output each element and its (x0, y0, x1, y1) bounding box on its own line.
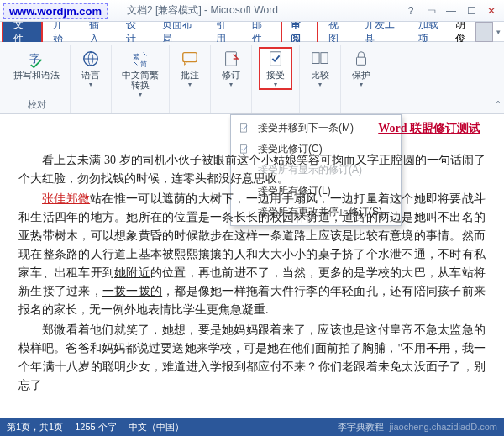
group-proofing-label: 校对 (28, 98, 46, 113)
dropdown-icon: ▾ (274, 81, 277, 88)
comment-icon (180, 49, 200, 69)
track-changes-icon (221, 49, 241, 69)
watermark-overlay: www.wordjm.com (3, 3, 108, 19)
protect-button[interactable]: 保护 ▾ (348, 47, 375, 90)
inserted-location: 她附近 (114, 266, 150, 279)
track-changes-button[interactable]: 修订 ▾ (218, 47, 244, 90)
paragraph-3: 郑微看着他们就笑了，她想，要是她妈妈跟着来了，应该也是这付皇帝不急太监急的模样吧… (18, 321, 486, 395)
ribbon-tabs: 文件 开始 插入 设计 页面布局 引用 邮件 审阅 视图 开发工具 加载项 胡俊… (0, 22, 504, 42)
inserted-phrase: 一拨一拨的 (102, 285, 162, 297)
compare-label: 比较 (311, 70, 329, 80)
comment-label: 批注 (181, 70, 199, 80)
accept-label: 接受 (266, 70, 285, 80)
svg-text:繁: 繁 (133, 53, 139, 60)
deleted-text: 不用 (427, 342, 450, 355)
track-changes-label: 修订 (222, 70, 240, 80)
footer-watermark-b: jiaocheng.chazidiadD.com (390, 422, 497, 432)
lock-icon (351, 49, 371, 69)
spelling-grammar-button[interactable]: 字 拼写和语法 (10, 47, 63, 81)
revision-test-header: Word 联盟修订测试 (378, 119, 480, 138)
svg-rect-4 (183, 53, 197, 62)
protect-label: 保护 (352, 70, 370, 80)
avatar[interactable] (475, 22, 493, 42)
close-icon[interactable]: ✕ (482, 3, 501, 18)
dropdown-icon: ▾ (229, 81, 233, 88)
document-body[interactable]: Word 联盟修订测试 看上去未满 30 岁的司机小伙子被眼前这个小姑娘笑容可掬… (0, 114, 504, 407)
ribbon-display-icon[interactable]: ▭ (422, 3, 440, 18)
status-language[interactable]: 中文（中国） (129, 421, 184, 433)
spelling-icon: 字 (27, 49, 47, 69)
minimize-icon[interactable]: — (442, 3, 460, 18)
maximize-icon[interactable]: ☐ (462, 3, 480, 18)
svg-rect-8 (321, 53, 328, 64)
status-page[interactable]: 第1页，共1页 (7, 421, 63, 433)
collapse-ribbon-icon[interactable]: ˄ (496, 100, 501, 112)
dropdown-icon: ▾ (139, 91, 142, 98)
globe-icon (81, 49, 101, 69)
new-comment-button[interactable]: 批注 ▾ (176, 47, 203, 90)
title-bar: www.wordjm.com 文档2 [兼容模式] - Microsoft Wo… (0, 0, 504, 22)
language-button[interactable]: 语言 ▾ (77, 47, 104, 90)
para3-text-a: 郑微看着他们就笑了，她想，要是她妈妈跟着来了，应该也是这付皇帝不急太监急的模样吧… (18, 323, 486, 355)
svg-rect-7 (312, 53, 319, 64)
spelling-grammar-label: 拼写和语法 (13, 70, 60, 80)
paragraph-1: 看上去未满 30 岁的司机小伙子被眼前这个小姑娘笑容可掬而又字正腔圆的一句话闹了… (18, 151, 486, 188)
accept-button[interactable]: 接受 ▾ (259, 47, 292, 90)
inserted-name: 张佳郑微 (42, 192, 90, 205)
dropdown-icon: ▾ (360, 81, 363, 88)
ribbon: 字 拼写和语法 校对 语言 ▾ 繁简 中文简繁 转换 ▾ 批注 (0, 42, 504, 114)
footer-watermark: 李宇典教程 jiaocheng.chazidiadD.com (338, 421, 497, 433)
status-bar: 第1页，共1页 1255 个字 中文（中国） 李宇典教程 jiaocheng.c… (0, 418, 504, 436)
svg-rect-6 (270, 52, 281, 66)
simplified-traditional-label: 中文简繁 转换 (122, 70, 159, 90)
help-icon[interactable]: ? (402, 3, 420, 18)
svg-text:简: 简 (140, 60, 147, 68)
paragraph-2: 张佳郑微站在惟一可以遮荫的大树下，一边用手扇风，一边打量着这个她即将要战斗和生活… (18, 190, 486, 319)
dropdown-icon: ▾ (188, 81, 192, 88)
status-word-count[interactable]: 1255 个字 (75, 421, 117, 433)
simplified-traditional-button[interactable]: 繁简 中文简繁 转换 ▾ (118, 47, 162, 100)
svg-rect-9 (357, 57, 366, 65)
accept-icon (265, 49, 286, 69)
dropdown-icon: ▾ (318, 81, 322, 88)
footer-watermark-a: 李宇典教程 (338, 422, 384, 432)
script-convert-icon: 繁简 (130, 49, 150, 69)
compare-button[interactable]: 比较 ▾ (307, 47, 333, 90)
user-caret-icon[interactable]: ▾ (496, 28, 501, 36)
compare-icon (310, 49, 330, 69)
language-label: 语言 (81, 70, 100, 80)
para1-text: 看上去未满 30 岁的司机小伙子被眼前这个小姑娘笑容可掬而又字正腔圆的一句话闹了… (18, 154, 486, 185)
dropdown-icon: ▾ (89, 81, 92, 88)
